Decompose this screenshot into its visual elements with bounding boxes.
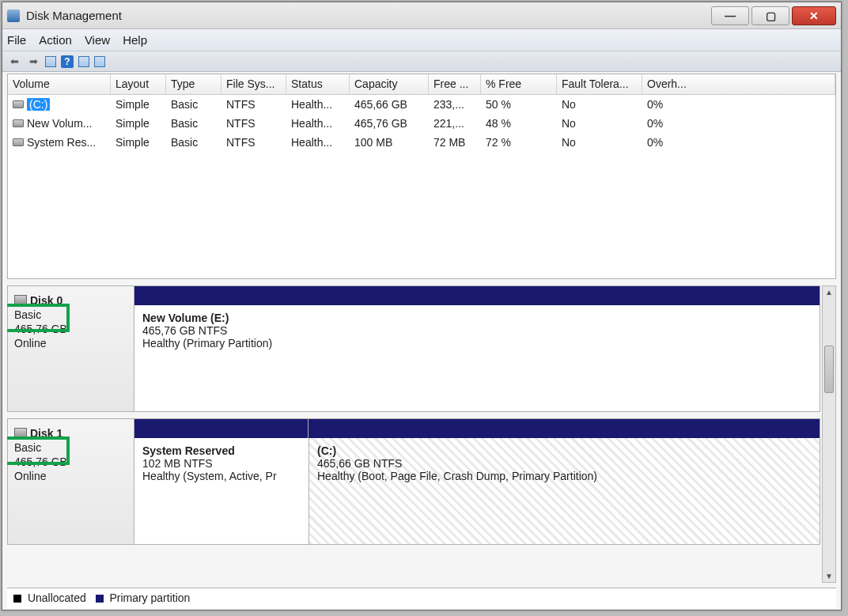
cell-type: Basic [166, 133, 221, 152]
volume-icon [13, 100, 24, 108]
partition-title: New Volume (E:) [142, 312, 812, 324]
partition-body: System Reserved102 MB NTFSHealthy (Syste… [134, 438, 820, 544]
cell-fault: No [557, 114, 642, 133]
cell-filesys: NTFS [221, 95, 286, 114]
cell-fault: No [557, 133, 642, 152]
col-overhead[interactable]: Overh... [642, 74, 835, 94]
volume-row[interactable]: (C:)SimpleBasicNTFSHealth...465,66 GB233… [8, 95, 835, 114]
cell-status: Health... [286, 133, 350, 152]
menubar: File Action View Help [2, 29, 841, 51]
cell-overhead: 0% [642, 95, 835, 114]
scroll-track[interactable] [823, 298, 835, 570]
scroll-up-icon[interactable]: ▲ [825, 286, 833, 298]
cell-volume: New Volum... [8, 114, 111, 133]
cell-volume: (C:) [8, 95, 111, 114]
legend-swatch-primary [96, 595, 104, 603]
menu-view[interactable]: View [85, 33, 110, 47]
cell-free: 221,... [429, 114, 481, 133]
partition-title: System Reserved [142, 444, 301, 457]
cell-status: Health... [286, 95, 350, 114]
disk-info[interactable]: Disk 1Basic465,76 GBOnline [8, 419, 134, 544]
partition[interactable]: System Reserved102 MB NTFSHealthy (Syste… [134, 438, 309, 544]
disk-status: Online [14, 470, 127, 482]
cell-fault: No [557, 95, 642, 114]
col-volume[interactable]: Volume [8, 74, 111, 94]
col-capacity[interactable]: Capacity [350, 74, 429, 94]
volume-list-body[interactable]: (C:)SimpleBasicNTFSHealth...465,66 GB233… [8, 95, 835, 278]
scroll-down-icon[interactable]: ▼ [825, 570, 833, 582]
legend-swatch-unallocated [13, 595, 21, 603]
cell-type: Basic [166, 114, 221, 133]
cell-type: Basic [166, 95, 221, 114]
legend: Unallocated Primary partition [7, 588, 836, 608]
help-icon[interactable]: ? [61, 55, 74, 68]
titlebar[interactable]: Disk Management — ▢ ✕ [2, 2, 841, 29]
legend-primary: Primary partition [109, 591, 190, 604]
disk-row[interactable]: Disk 0Basic465,76 GBOnlineNew Volume (E:… [7, 285, 820, 412]
volume-row[interactable]: System Res...SimpleBasicNTFSHealth...100… [8, 133, 835, 152]
partitions: System Reserved102 MB NTFSHealthy (Syste… [134, 419, 820, 544]
cell-capacity: 465,66 GB [350, 95, 429, 114]
cell-capacity: 100 MB [350, 133, 429, 152]
menu-help[interactable]: Help [123, 33, 147, 47]
cell-free: 233,... [429, 95, 481, 114]
highlight-box [7, 436, 70, 465]
volume-icon [13, 138, 24, 146]
cell-free: 72 MB [429, 133, 481, 152]
partition-status: Healthy (Boot, Page File, Crash Dump, Pr… [317, 470, 812, 482]
cell-filesys: NTFS [221, 133, 286, 152]
properties-icon[interactable] [45, 56, 56, 67]
partition[interactable]: New Volume (E:)465,76 GB NTFSHealthy (Pr… [134, 305, 820, 411]
partition-status: Healthy (Primary Partition) [142, 337, 812, 350]
col-pctfree[interactable]: % Free [481, 74, 557, 94]
close-button[interactable]: ✕ [792, 6, 836, 25]
highlight-box [7, 304, 70, 332]
partition-size: 102 MB NTFS [142, 457, 301, 470]
partition-size: 465,66 GB NTFS [317, 457, 812, 470]
menu-action[interactable]: Action [39, 33, 72, 47]
cell-pctfree: 50 % [481, 95, 557, 114]
cell-overhead: 0% [642, 133, 835, 152]
cell-layout: Simple [111, 95, 166, 114]
disk-graphical-pane: Disk 0Basic465,76 GBOnlineNew Volume (E:… [7, 285, 836, 608]
view-bottom-icon[interactable] [94, 56, 105, 67]
disk-row[interactable]: Disk 1Basic465,76 GBOnlineSystem Reserve… [7, 418, 820, 545]
content-area: Volume Layout Type File Sys... Status Ca… [2, 72, 841, 610]
view-top-icon[interactable] [78, 56, 89, 67]
partition[interactable]: (C:)465,66 GB NTFSHealthy (Boot, Page Fi… [309, 438, 820, 544]
disk-scroll: Disk 0Basic465,76 GBOnlineNew Volume (E:… [7, 285, 836, 583]
vertical-scrollbar[interactable]: ▲ ▼ [822, 285, 836, 583]
col-free[interactable]: Free ... [429, 74, 481, 94]
volume-list-header[interactable]: Volume Layout Type File Sys... Status Ca… [8, 74, 835, 95]
app-icon [7, 9, 20, 22]
partition-header-bar [134, 419, 820, 438]
minimize-button[interactable]: — [711, 6, 749, 25]
cell-overhead: 0% [642, 114, 835, 133]
col-status[interactable]: Status [286, 74, 350, 94]
col-fault[interactable]: Fault Tolera... [557, 74, 642, 94]
cell-capacity: 465,76 GB [350, 114, 429, 133]
forward-icon[interactable]: ➡ [26, 55, 40, 69]
disk-status: Online [14, 337, 127, 350]
maximize-button[interactable]: ▢ [751, 6, 789, 25]
cell-pctfree: 48 % [481, 114, 557, 133]
volume-row[interactable]: New Volum...SimpleBasicNTFSHealth...465,… [8, 114, 835, 133]
back-icon[interactable]: ⬅ [7, 55, 21, 69]
col-layout[interactable]: Layout [111, 74, 166, 94]
disk-management-window: Disk Management — ▢ ✕ File Action View H… [2, 2, 842, 610]
partition-header-bar [134, 286, 820, 305]
menu-file[interactable]: File [7, 33, 26, 47]
toolbar: ⬅ ➡ ? [2, 51, 841, 72]
window-controls: — ▢ ✕ [711, 6, 836, 25]
partition-size: 465,76 GB NTFS [142, 324, 812, 337]
cell-pctfree: 72 % [481, 133, 557, 152]
legend-unallocated: Unallocated [28, 591, 86, 604]
cell-layout: Simple [111, 133, 166, 152]
volume-list[interactable]: Volume Layout Type File Sys... Status Ca… [7, 74, 836, 279]
cell-filesys: NTFS [221, 114, 286, 133]
col-filesys[interactable]: File Sys... [221, 74, 286, 94]
scroll-thumb[interactable] [824, 346, 834, 393]
disk-info[interactable]: Disk 0Basic465,76 GBOnline [8, 286, 134, 411]
cell-volume: System Res... [8, 133, 111, 152]
col-type[interactable]: Type [166, 74, 221, 94]
